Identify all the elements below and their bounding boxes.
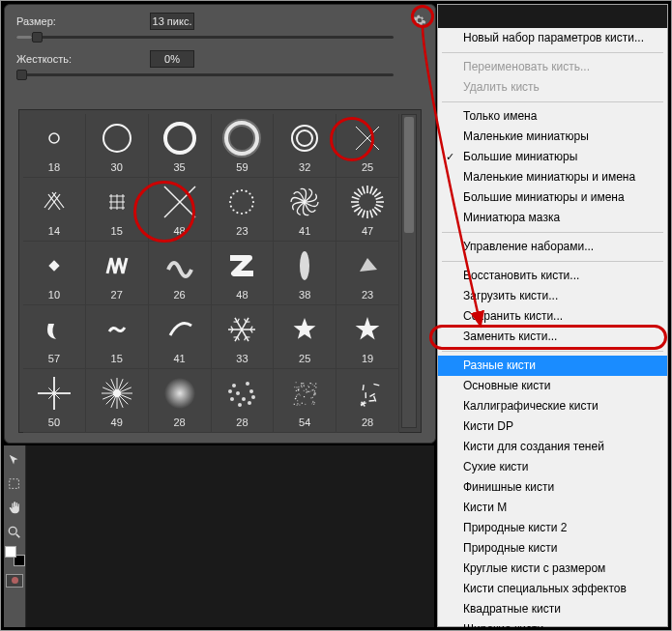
brush-grid-container: 1830355932251415482341471027264838235715… [18,109,422,433]
svg-rect-133 [304,395,305,396]
brush-grid-scrollbar[interactable] [401,114,417,428]
brush-size-label: 41 [173,353,185,364]
brush-preset[interactable]: 32 [274,114,336,178]
document-canvas[interactable] [26,445,434,627]
svg-point-1 [103,125,131,152]
brush-thumb-icon [348,119,387,158]
svg-line-53 [370,186,372,193]
svg-point-0 [49,133,59,143]
menu-shadow-brushes[interactable]: Кисти для создания теней [438,437,667,457]
menu-special-brushes[interactable]: Кисти специальных эффектов [438,579,667,599]
brush-preset[interactable]: 28 [212,369,275,433]
menu-stroke-thumb[interactable]: Миниатюра мазка [438,208,667,228]
zoom-tool[interactable] [5,522,25,542]
menu-assorted-brushes[interactable]: Разные кисти [438,356,667,376]
menu-preset-manager[interactable]: Управление наборами... [438,237,667,257]
brush-preset[interactable]: 23 [336,242,399,305]
brush-preset[interactable]: 18 [23,114,86,178]
brush-preset[interactable]: 14 [23,178,86,242]
svg-rect-139 [315,393,316,394]
menu-save[interactable]: Сохранить кисти... [438,306,667,327]
size-slider[interactable] [16,36,394,39]
brush-preset[interactable]: 28 [149,369,212,433]
brush-preset[interactable]: 25 [336,114,399,178]
brush-preset[interactable]: 49 [86,369,149,433]
brush-preset[interactable]: 57 [23,305,86,369]
svg-rect-154 [297,400,298,401]
brush-preset[interactable]: 27 [86,242,149,305]
hardness-slider[interactable] [16,73,394,76]
menu-square-brushes[interactable]: Квадратные кисти [438,599,667,619]
menu-large-thumbs-names[interactable]: Большие миниатюры и имена [438,187,667,208]
brush-preset[interactable]: 19 [336,305,399,369]
brush-preset[interactable]: 48 [149,178,212,242]
brush-preset[interactable]: 48 [212,242,275,305]
hand-tool[interactable] [5,498,25,518]
flyout-menu-button[interactable] [410,11,429,30]
brush-thumb-icon [348,183,387,221]
svg-rect-121 [297,387,298,387]
brush-preset[interactable]: 33 [212,305,275,369]
brush-preset[interactable]: 30 [86,114,149,178]
brush-preset[interactable]: 47 [336,178,399,242]
color-swatches[interactable] [5,546,25,566]
svg-rect-158 [298,403,299,404]
brush-preset[interactable]: 28 [336,369,399,433]
size-value[interactable]: 13 пикс. [150,13,194,30]
svg-point-4 [226,123,257,154]
brush-thumb-icon [348,310,387,349]
brush-preset[interactable]: 50 [23,369,86,433]
menu-thick-brushes[interactable]: Широкие кисти [438,619,667,631]
menu-round-size-brushes[interactable]: Круглые кисти с размером [438,559,667,579]
menu-small-thumbs-names[interactable]: Маленькие миниатюры и имена [438,167,667,187]
svg-rect-149 [311,397,312,398]
brush-picker-panel: Размер: 13 пикс. Жесткость: 0% 183035593… [4,4,436,444]
move-tool[interactable] [5,449,25,470]
brush-preset[interactable]: 10 [23,242,86,305]
brush-preset[interactable]: 54 [274,369,336,433]
brush-preset[interactable]: 26 [149,242,212,305]
menu-load[interactable]: Загрузить кисти... [438,286,667,306]
menu-small-thumbs[interactable]: Маленькие миниатюры [438,127,667,147]
quick-mask-toggle[interactable] [5,570,25,590]
svg-point-27 [233,209,235,211]
brush-preset[interactable]: 41 [149,305,212,369]
svg-point-28 [230,205,232,207]
svg-point-185 [9,527,16,534]
menu-natural-brushes[interactable]: Природные кисти [438,538,667,559]
menu-m-brushes[interactable]: Кисти M [438,498,667,518]
menu-large-thumbs[interactable]: ✓Большие миниатюры [438,147,667,167]
brush-thumb-icon [35,183,73,221]
menu-basic-brushes[interactable]: Основные кисти [438,376,667,396]
menu-replace[interactable]: Заменить кисти... [438,327,667,347]
brush-preset[interactable]: 35 [149,114,212,178]
marquee-tool[interactable] [5,473,25,494]
svg-line-183 [374,384,380,385]
brush-thumb-icon [35,310,73,349]
svg-line-63 [245,336,247,340]
brush-preset[interactable]: 15 [86,178,149,242]
size-label: Размер: [16,15,142,27]
brush-preset[interactable]: 15 [86,305,149,369]
menu-names-only[interactable]: Только имена [438,106,667,127]
brush-thumb-icon [285,374,324,413]
menu-dry-brushes[interactable]: Сухие кисти [438,457,667,477]
menu-dp-brushes[interactable]: Кисти DP [438,416,667,437]
svg-point-6 [297,130,312,146]
scrollbar-handle[interactable] [404,117,414,233]
brush-preset[interactable]: 25 [274,305,336,369]
brush-preset[interactable]: 41 [274,178,336,242]
svg-rect-153 [310,390,311,391]
brush-preset[interactable]: 23 [212,178,275,242]
menu-reset[interactable]: Восстановить кисти... [438,266,667,286]
brush-preset[interactable]: 38 [274,242,336,305]
menu-natural2-brushes[interactable]: Природные кисти 2 [438,518,667,538]
menu-calligraphic-brushes[interactable]: Каллиграфические кисти [438,396,667,416]
menu-new-preset[interactable]: Новый набор параметров кисти... [438,28,667,48]
svg-line-12 [44,192,56,208]
brush-preset[interactable]: 59 [212,114,275,178]
brush-size-label: 33 [236,353,248,364]
hardness-value[interactable]: 0% [150,50,194,68]
menu-faux-brushes[interactable]: Финишные кисти [438,477,667,498]
svg-line-44 [358,209,363,215]
